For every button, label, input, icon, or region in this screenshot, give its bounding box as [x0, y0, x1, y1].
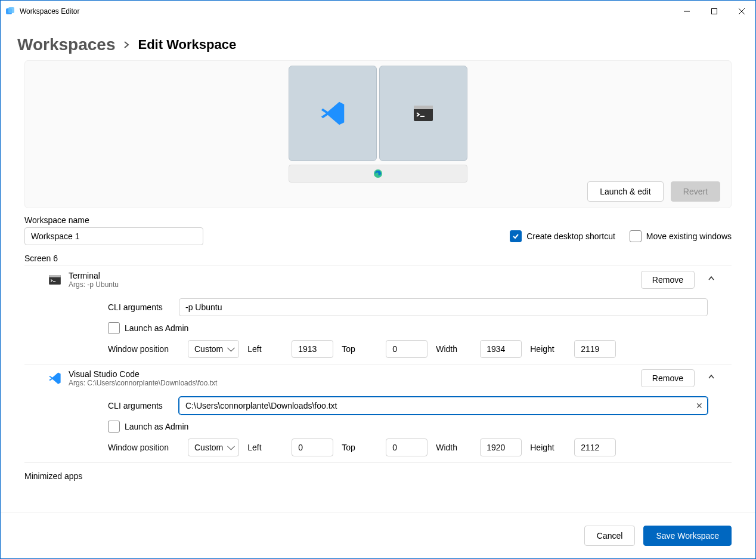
left-label: Left — [247, 344, 283, 354]
collapse-toggle[interactable] — [702, 373, 721, 384]
width-input[interactable] — [480, 438, 522, 456]
left-label: Left — [247, 443, 283, 452]
breadcrumb-root[interactable]: Workspaces — [17, 35, 115, 54]
svg-rect-3 — [712, 9, 717, 14]
minimize-button[interactable] — [673, 1, 701, 22]
cli-args-label: CLI arguments — [108, 401, 171, 410]
window-position-label: Window position — [108, 344, 179, 354]
top-label: Top — [342, 443, 377, 452]
workspace-name-input[interactable] — [24, 227, 203, 245]
cancel-button[interactable]: Cancel — [584, 526, 636, 546]
height-input[interactable] — [574, 340, 616, 358]
height-input[interactable] — [574, 438, 616, 456]
checkbox-checked-icon — [510, 230, 522, 242]
window-position-label: Window position — [108, 443, 179, 452]
layout-preview: Launch & edit Revert — [24, 60, 732, 208]
app-name: Terminal — [69, 271, 634, 280]
create-shortcut-checkbox[interactable]: Create desktop shortcut — [510, 230, 615, 242]
cli-args-label: CLI arguments — [108, 302, 171, 312]
close-button[interactable] — [728, 1, 755, 22]
position-mode-select[interactable]: Custom — [188, 340, 239, 358]
left-input[interactable] — [292, 340, 333, 358]
preview-minimized-row[interactable] — [289, 165, 467, 183]
width-label: Width — [436, 344, 472, 354]
cli-args-input[interactable] — [179, 397, 708, 415]
vscode-icon — [48, 372, 61, 385]
app-icon — [5, 7, 15, 16]
breadcrumb: Workspaces Edit Workspace — [1, 22, 755, 60]
launch-admin-checkbox[interactable]: Launch as Admin — [108, 421, 188, 433]
app-subtitle: Args: C:\Users\connorplante\Downloads\fo… — [69, 379, 634, 387]
collapse-toggle[interactable] — [702, 274, 721, 285]
app-card-vscode: Visual Studio Code Args: C:\Users\connor… — [24, 365, 732, 463]
position-mode-select[interactable]: Custom — [188, 438, 239, 456]
screen-section-label: Screen 6 — [24, 254, 732, 263]
window-title: Workspaces Editor — [20, 7, 79, 16]
minimized-section-label: Minimized apps — [24, 471, 732, 481]
vscode-icon — [320, 100, 346, 126]
left-input[interactable] — [292, 438, 333, 456]
width-label: Width — [436, 443, 472, 452]
create-shortcut-label: Create desktop shortcut — [526, 231, 615, 241]
top-input[interactable] — [386, 438, 427, 456]
launch-admin-label: Launch as Admin — [125, 422, 188, 431]
move-windows-label: Move existing windows — [646, 231, 732, 241]
top-input[interactable] — [386, 340, 427, 358]
edge-icon — [373, 169, 383, 178]
app-card-terminal: Terminal Args: -p Ubuntu Remove CLI argu… — [24, 266, 732, 365]
height-label: Height — [530, 344, 566, 354]
preview-tile-vscode[interactable] — [289, 66, 377, 161]
terminal-icon — [414, 106, 433, 121]
revert-button[interactable]: Revert — [671, 181, 720, 202]
checkbox-unchecked-icon — [108, 421, 120, 433]
launch-admin-checkbox[interactable]: Launch as Admin — [108, 322, 188, 334]
svg-rect-7 — [414, 106, 433, 109]
preview-tile-terminal[interactable] — [379, 66, 467, 161]
app-list: Terminal Args: -p Ubuntu Remove CLI argu… — [24, 265, 732, 481]
remove-button[interactable]: Remove — [641, 369, 695, 387]
app-subtitle: Args: -p Ubuntu — [69, 280, 634, 289]
launch-edit-button[interactable]: Launch & edit — [587, 181, 664, 202]
height-label: Height — [530, 443, 566, 452]
width-input[interactable] — [480, 340, 522, 358]
workspace-name-label: Workspace name — [24, 215, 732, 225]
move-windows-checkbox[interactable]: Move existing windows — [630, 230, 732, 242]
clear-input-icon[interactable]: ✕ — [696, 401, 703, 410]
breadcrumb-leaf: Edit Workspace — [138, 37, 236, 52]
svg-rect-11 — [49, 275, 61, 277]
app-name: Visual Studio Code — [69, 369, 634, 379]
footer: Cancel Save Workspace — [1, 512, 755, 558]
remove-button[interactable]: Remove — [641, 271, 695, 289]
maximize-button[interactable] — [701, 1, 728, 22]
launch-admin-label: Launch as Admin — [125, 323, 188, 333]
cli-args-input[interactable] — [179, 298, 708, 316]
checkbox-unchecked-icon — [108, 322, 120, 334]
titlebar: Workspaces Editor — [1, 1, 755, 22]
top-label: Top — [342, 344, 377, 354]
checkbox-unchecked-icon — [630, 230, 642, 242]
save-workspace-button[interactable]: Save Workspace — [643, 526, 732, 546]
svg-rect-1 — [8, 7, 14, 13]
terminal-icon — [48, 273, 61, 286]
chevron-right-icon — [122, 38, 131, 52]
